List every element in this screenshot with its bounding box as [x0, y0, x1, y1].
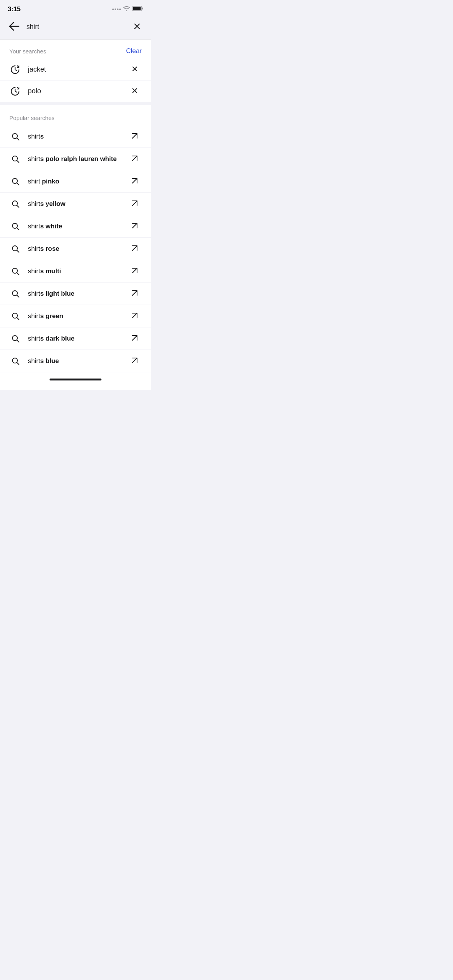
popular-search-item[interactable]: shirts white — [0, 215, 151, 238]
autofill-arrow-button[interactable] — [128, 174, 142, 189]
popular-item-text: shirts white — [28, 223, 128, 230]
history-item[interactable]: polo — [0, 81, 151, 102]
battery-icon — [132, 6, 143, 13]
popular-search-item[interactable]: shirts yellow — [0, 193, 151, 215]
popular-item-text: shirts yellow — [28, 200, 128, 208]
search-icon — [9, 265, 22, 278]
search-icon — [9, 175, 22, 188]
search-icon — [9, 288, 22, 300]
search-input[interactable] — [26, 23, 125, 31]
search-icon — [9, 220, 22, 233]
popular-search-item[interactable]: shirts dark blue — [0, 327, 151, 350]
back-button[interactable] — [8, 21, 21, 33]
search-input-container — [26, 23, 125, 31]
popular-search-item[interactable]: shirts rose — [0, 238, 151, 260]
popular-search-item[interactable]: shirts — [0, 125, 151, 148]
autofill-arrow-button[interactable] — [128, 308, 142, 324]
search-icon — [9, 153, 22, 165]
popular-item-text: shirts light blue — [28, 290, 128, 298]
svg-rect-2 — [142, 8, 143, 10]
status-time: 3:15 — [8, 5, 21, 13]
wifi-icon — [123, 6, 130, 13]
autofill-arrow-button[interactable] — [128, 331, 142, 346]
status-bar: 3:15 — [0, 0, 151, 16]
search-icon — [9, 332, 22, 345]
popular-search-item[interactable]: shirts light blue — [0, 283, 151, 305]
popular-search-item[interactable]: shirts green — [0, 305, 151, 327]
remove-history-item-button[interactable] — [128, 62, 142, 77]
autofill-arrow-button[interactable] — [128, 129, 142, 144]
popular-search-item[interactable]: shirts blue — [0, 350, 151, 372]
signal-icon — [112, 9, 121, 10]
main-content: Your searches Clear jacket — [0, 39, 151, 372]
your-searches-title: Your searches — [9, 48, 46, 55]
popular-item-text: shirts green — [28, 312, 128, 320]
autofill-arrow-button[interactable] — [128, 241, 142, 256]
autofill-arrow-button[interactable] — [128, 196, 142, 211]
popular-item-text: shirts rose — [28, 245, 128, 253]
search-icon — [9, 355, 22, 367]
history-item-text: polo — [28, 87, 128, 95]
popular-search-item[interactable]: shirts multi — [0, 260, 151, 283]
your-searches-header: Your searches Clear — [0, 39, 151, 59]
history-icon — [9, 63, 22, 76]
autofill-arrow-button[interactable] — [128, 151, 142, 166]
search-icon — [9, 243, 22, 255]
popular-item-text: shirt pinko — [28, 178, 128, 185]
popular-searches-title: Popular searches — [9, 115, 55, 121]
autofill-arrow-button[interactable] — [128, 264, 142, 279]
popular-item-text: shirts multi — [28, 267, 128, 275]
popular-search-item[interactable]: shirts polo ralph lauren white — [0, 148, 151, 170]
popular-search-item[interactable]: shirt pinko — [0, 170, 151, 193]
clear-input-button[interactable] — [131, 20, 143, 34]
search-icon — [9, 310, 22, 322]
search-bar — [0, 16, 151, 39]
popular-item-text: shirts blue — [28, 357, 128, 365]
autofill-arrow-button[interactable] — [128, 286, 142, 301]
search-icon — [9, 198, 22, 210]
autofill-arrow-button[interactable] — [128, 353, 142, 368]
remove-history-item-button[interactable] — [128, 84, 142, 99]
popular-item-text: shirts — [28, 133, 128, 140]
search-icon — [9, 130, 22, 143]
history-item-text: jacket — [28, 65, 128, 74]
svg-rect-1 — [133, 7, 141, 10]
home-indicator — [50, 379, 101, 380]
status-icons — [112, 6, 143, 13]
autofill-arrow-button[interactable] — [128, 219, 142, 234]
history-icon — [9, 85, 22, 98]
clear-history-button[interactable]: Clear — [126, 47, 142, 55]
history-item[interactable]: jacket — [0, 59, 151, 81]
popular-searches-header: Popular searches — [0, 102, 151, 125]
popular-item-text: shirts dark blue — [28, 335, 128, 343]
popular-item-text: shirts polo ralph lauren white — [28, 155, 128, 163]
